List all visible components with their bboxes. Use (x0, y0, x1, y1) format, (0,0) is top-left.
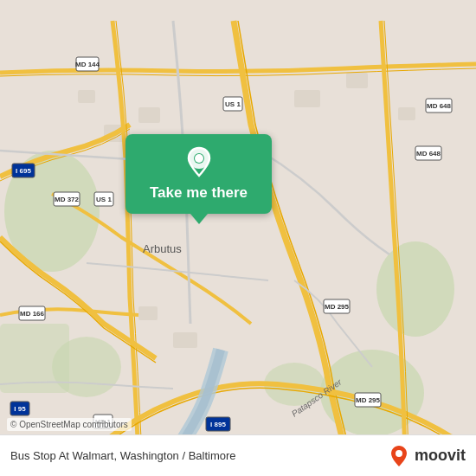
svg-text:US 1: US 1 (225, 100, 241, 108)
svg-rect-14 (138, 306, 158, 320)
panel-pointer (190, 214, 208, 224)
take-me-there-button[interactable]: Take me there (150, 184, 248, 202)
svg-text:MD 648: MD 648 (416, 150, 441, 158)
svg-rect-10 (294, 90, 320, 107)
svg-rect-9 (78, 90, 95, 103)
copyright-text: © OpenStreetMap contributors (7, 418, 132, 431)
svg-text:MD 648: MD 648 (427, 102, 452, 110)
location-pin-icon (183, 146, 215, 177)
map-container: MD 144 US 1 I 95 MD 648 MD 648 I 695 US … (0, 0, 476, 476)
svg-text:MD 144: MD 144 (75, 61, 100, 68)
moovit-brand-text: moovit (415, 447, 466, 465)
svg-text:MD 166: MD 166 (20, 310, 45, 318)
moovit-logo: moovit (387, 444, 466, 468)
svg-text:I 895: I 895 (210, 421, 226, 428)
take-me-there-container[interactable]: Take me there (125, 134, 272, 224)
svg-point-48 (396, 450, 402, 457)
svg-text:MD 372: MD 372 (55, 196, 80, 203)
svg-rect-8 (138, 107, 160, 123)
info-bar: Bus Stop At Walmart, Washington / Baltim… (0, 434, 476, 476)
svg-text:MD 295: MD 295 (356, 396, 381, 404)
moovit-brand-icon (387, 444, 411, 468)
svg-text:US 1: US 1 (96, 196, 112, 203)
svg-text:MD 295: MD 295 (325, 303, 350, 311)
svg-text:I 95: I 95 (14, 405, 26, 413)
svg-rect-11 (346, 73, 368, 88)
svg-text:I 695: I 695 (16, 167, 31, 175)
location-info-text: Bus Stop At Walmart, Washington / Baltim… (10, 449, 236, 462)
svg-rect-12 (398, 107, 415, 120)
green-panel[interactable]: Take me there (125, 134, 272, 214)
svg-rect-13 (173, 332, 197, 348)
svg-point-2 (376, 241, 454, 337)
svg-point-47 (195, 154, 203, 163)
svg-text:Arbutus: Arbutus (143, 242, 182, 255)
map-background: MD 144 US 1 I 95 MD 648 MD 648 I 695 US … (0, 0, 476, 476)
